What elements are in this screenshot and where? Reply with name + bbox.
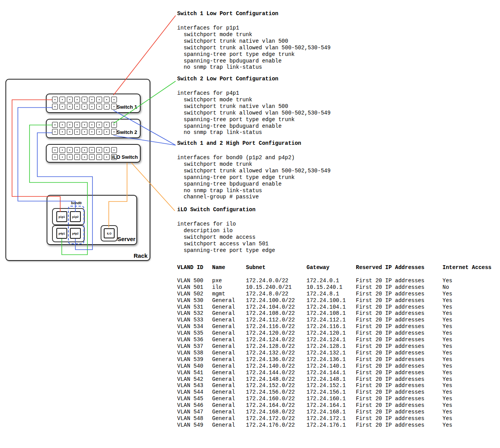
table-cell: General	[212, 363, 246, 370]
table-cell: VLAN 535	[177, 330, 212, 337]
table-cell: 172.24.172.0/22	[246, 415, 307, 422]
table-cell: Yes	[443, 356, 500, 363]
switch-port	[74, 154, 80, 160]
table-cell: Yes	[443, 278, 500, 284]
table-row: VLAN 542General172.24.148.0/22172.24.148…	[177, 376, 500, 383]
table-cell: Yes	[443, 415, 500, 422]
network-diagram-page: Switch 1 Switch 2 iLO Switch bond0 p1p1 …	[0, 0, 500, 448]
table-cell: VLAN 531	[177, 304, 212, 311]
table-row: VLAN 547General172.24.168.0/22172.24.168…	[177, 409, 500, 415]
table-cell: 172.24.132.0/22	[246, 350, 307, 356]
table-cell: VLAN 545	[177, 396, 212, 402]
table-cell: Yes	[443, 370, 500, 376]
table-cell: First 20 IP addresses	[356, 415, 443, 422]
table-cell: 172.24.156.1	[307, 389, 356, 396]
ilo-switch-ports	[52, 147, 117, 161]
table-cell: 172.24.108.1	[307, 310, 356, 317]
switch-port	[74, 129, 80, 135]
column-header: Gateway	[307, 264, 356, 271]
table-cell: General	[212, 422, 246, 429]
table-cell: VLAN 546	[177, 402, 212, 409]
switch-port	[89, 147, 95, 153]
switch-port	[89, 154, 95, 160]
table-cell: 172.24.100.1	[307, 297, 356, 304]
switch-2-label: Switch 2	[117, 129, 137, 135]
table-cell: 172.24.144.0/22	[246, 370, 307, 376]
table-cell: First 20 IP addresses	[356, 350, 443, 356]
table-cell: 172.24.156.0/22	[246, 389, 307, 396]
table-cell: General	[212, 370, 246, 376]
port-row	[52, 147, 117, 153]
table-cell: General	[212, 330, 246, 337]
table-cell: 172.24.0.0/22	[246, 278, 307, 284]
switch-port	[52, 97, 58, 102]
switch-port	[82, 104, 87, 109]
table-cell: General	[212, 317, 246, 323]
switch-port	[82, 97, 87, 102]
switch-port	[82, 122, 87, 128]
table-cell: General	[212, 402, 246, 409]
table-cell: VLAN 502	[177, 291, 212, 297]
table-cell: General	[212, 343, 246, 350]
table-cell: 172.24.104.1	[307, 304, 356, 311]
switch-2-box: Switch 2	[46, 119, 141, 138]
ilo-switch-box: iLO Switch	[46, 144, 141, 163]
server-label: Server	[117, 236, 136, 242]
switch-port	[111, 97, 117, 102]
table-row: VLAN 536General172.24.124.0/22172.24.124…	[177, 337, 500, 343]
bond0-label: bond0	[71, 201, 82, 205]
table-row: VLAN 530General172.24.100.0/22172.24.100…	[177, 297, 500, 304]
table-cell: First 20 IP addresses	[356, 422, 443, 429]
table-cell: VLAN 537	[177, 343, 212, 350]
table-row: VLAN 501ilo10.15.240.0/2110.15.240.1Firs…	[177, 284, 500, 291]
switch-port	[104, 97, 110, 102]
table-cell: 10.15.240.1	[307, 284, 356, 291]
column-header: Internet Access	[443, 264, 500, 271]
switch-port	[67, 97, 73, 102]
config-text: interfaces for p1p1 switchport mode trun…	[177, 25, 356, 71]
table-cell: First 20 IP addresses	[356, 284, 443, 291]
table-cell: First 20 IP addresses	[356, 370, 443, 376]
table-cell: General	[212, 396, 246, 402]
table-cell: 172.24.128.0/22	[246, 343, 307, 350]
config-block-switch2-low: Switch 2 Low Port Configuration interfac…	[177, 76, 356, 136]
table-cell: VLAN 540	[177, 363, 212, 370]
table-cell: 172.24.0.1	[307, 278, 356, 284]
table-cell: 172.24.104.0/22	[246, 304, 307, 311]
table-cell: 172.24.172.1	[307, 415, 356, 422]
table-row: VLAN 500pxe172.24.0.0/22172.24.0.1First …	[177, 278, 500, 284]
table-cell: First 20 IP addresses	[356, 356, 443, 363]
switch-2-ports	[52, 122, 117, 136]
table-cell: 172.24.148.0/22	[246, 376, 307, 383]
switch-port	[111, 129, 117, 135]
table-cell: Yes	[443, 304, 500, 311]
table-row: VLAN 549General172.24.176.0/22172.24.176…	[177, 422, 500, 429]
switch-port	[96, 147, 102, 153]
switch-port	[104, 104, 110, 109]
table-cell: 172.24.148.1	[307, 376, 356, 383]
table-cell: 172.24.128.1	[307, 343, 356, 350]
column-header: Subnet	[246, 264, 307, 271]
table-row: VLAN 535General172.24.120.0/22172.24.120…	[177, 330, 500, 337]
table-cell: Yes	[443, 376, 500, 383]
table-cell: VLAN 532	[177, 310, 212, 317]
table-cell: VLAN 539	[177, 356, 212, 363]
table-cell: 172.24.112.0/22	[246, 317, 307, 323]
table-cell: First 20 IP addresses	[356, 382, 443, 389]
table-row: VLAN 548General172.24.172.0/22172.24.172…	[177, 415, 500, 422]
table-cell: First 20 IP addresses	[356, 317, 443, 323]
table-row: VLAN 539General172.24.136.0/22172.24.136…	[177, 356, 500, 363]
config-title: iLO Switch Configuration	[177, 207, 356, 213]
table-cell: 10.15.240.0/21	[246, 284, 307, 291]
table-row: VLAN 533General172.24.112.0/22172.24.112…	[177, 317, 500, 323]
table-cell: General	[212, 304, 246, 311]
switch-port	[89, 122, 95, 128]
switch-port	[89, 97, 95, 102]
table-cell: VLAN 530	[177, 297, 212, 304]
switch-port	[74, 122, 80, 128]
table-cell: No	[443, 284, 500, 291]
table-cell: VLAN 538	[177, 350, 212, 356]
config-title: Switch 1 Low Port Configuration	[177, 10, 356, 17]
table-cell: 172.24.120.1	[307, 330, 356, 337]
table-cell: 172.24.168.1	[307, 409, 356, 415]
